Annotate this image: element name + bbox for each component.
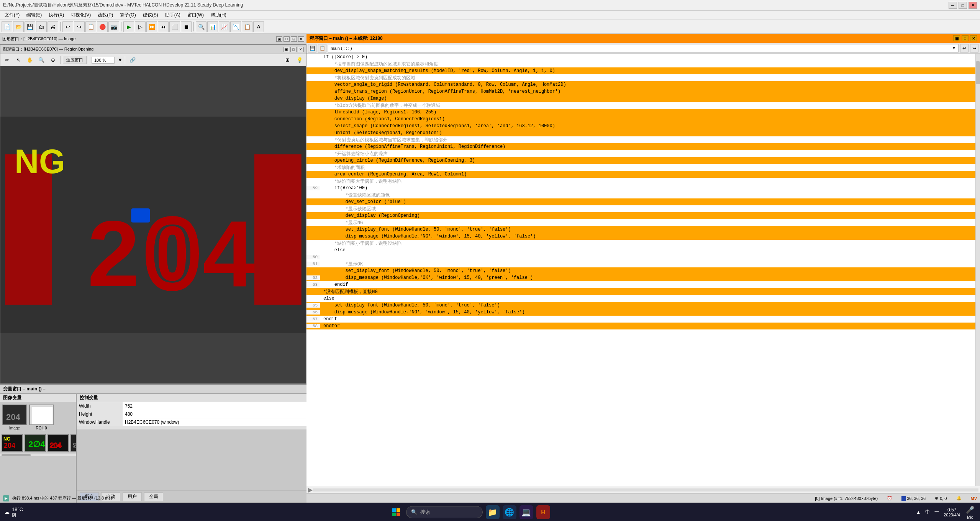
code-nav-2[interactable]: ↪ [970, 44, 978, 52]
code-max-btn[interactable]: □ [962, 35, 969, 41]
step-button[interactable]: ⏩ [146, 21, 157, 32]
draw-tool[interactable]: ✏ [2, 56, 12, 65]
clipboard-button[interactable]: 📋 [85, 21, 96, 32]
exec-status-icon: ▶ [3, 495, 9, 501]
taskbar-browser[interactable]: 🌐 [503, 505, 516, 519]
menu-functions[interactable]: 函数(P) [95, 11, 116, 19]
func-dropdown-arrow[interactable]: ▼ [952, 46, 956, 50]
img-win-close-btn[interactable]: ✕ [298, 36, 304, 42]
thumb-1[interactable]: 204 NG [2, 434, 23, 452]
layers-btn[interactable]: ⊞ [282, 56, 292, 65]
menu-file[interactable]: 文件(F) [2, 11, 23, 19]
line-content-17: area_center (RegionOpening, Area, Row1, … [320, 172, 975, 177]
thumbnail-image[interactable]: 204 Image [2, 405, 27, 430]
svg-text:NG: NG [3, 436, 10, 442]
menu-help[interactable]: 帮助(H) [208, 11, 229, 19]
taskbar-halcon[interactable]: H [536, 505, 550, 519]
svg-text:204: 204 [4, 442, 15, 449]
tray-ime[interactable]: 中 [925, 509, 930, 515]
img-win-float-btn[interactable]: ▣ [276, 36, 282, 42]
menu-assistant[interactable]: 助手(A) [162, 11, 184, 19]
tray-arrow[interactable]: ▲ [916, 510, 921, 515]
code-bottom-arrow[interactable]: ▶ [308, 486, 313, 493]
img-win-min-btn[interactable]: ⊟ [291, 36, 297, 42]
run-button[interactable]: ▶ [123, 21, 134, 32]
mic-icon[interactable]: 🎤 [965, 505, 975, 515]
menu-window[interactable]: 窗口(W) [184, 11, 207, 19]
menu-edit[interactable]: 编辑(E) [23, 11, 45, 19]
light-btn[interactable]: 💡 [295, 56, 305, 65]
left-panel: 图形窗口：[H2B4EC6CE010] — Image ▣ □ ⊟ ✕ 图形窗口… [0, 34, 306, 503]
menu-visualize[interactable]: 可视化(V) [68, 11, 94, 19]
code-scrollbar[interactable] [975, 54, 980, 486]
pause-button[interactable]: ⬜ [169, 21, 180, 32]
thumb-2[interactable]: 2∅4 [25, 434, 46, 452]
thumb-4[interactable]: 204 [70, 434, 76, 452]
fit-window-btn[interactable]: 适应窗口 [63, 56, 87, 64]
var-scrollbar[interactable] [0, 453, 76, 456]
camera-button[interactable]: 📷 [108, 21, 119, 32]
region-window-controls: ▣ □ ✕ [283, 47, 304, 52]
code-nav-1[interactable]: ↩ [960, 44, 969, 52]
rw-max-btn[interactable]: □ [290, 47, 297, 52]
menu-suggestions[interactable]: 建议(S) [140, 11, 161, 19]
close-button[interactable]: ✕ [969, 2, 977, 9]
filter-user-btn[interactable]: 用户 [123, 492, 142, 501]
img-win-max-btn[interactable]: □ [284, 36, 290, 42]
chart-button[interactable]: 📊 [207, 21, 218, 32]
zoom-in-tool[interactable]: ⊕ [48, 56, 58, 65]
maximize-button[interactable]: □ [959, 2, 967, 9]
print-button[interactable]: 🖨 [48, 21, 58, 32]
line-content-2: dev_display_shape_matching_results (Mode… [320, 68, 975, 74]
code-scroll-thumb[interactable] [976, 61, 980, 84]
new-button[interactable]: 📄 [2, 21, 12, 32]
zoom-dropdown[interactable]: ▼ [118, 57, 123, 63]
zoom-tool[interactable]: 🔍 [36, 56, 46, 65]
stop-button[interactable]: ⏹ [181, 21, 192, 32]
code-h-scroll[interactable] [313, 488, 978, 492]
line-content-27: *缺陷面积小于阈值，说明没缺陷 [320, 240, 975, 247]
debug-button[interactable]: 🔴 [97, 21, 108, 32]
code-func-label: main ( : : : ) [331, 46, 352, 51]
line-content-16: *求缺陷的面积 [320, 164, 975, 171]
back-button[interactable]: ⏮ [158, 21, 169, 32]
taskbar-file-manager[interactable]: 📁 [486, 505, 500, 519]
var-scroll-thumb[interactable] [2, 454, 31, 456]
undo-button[interactable]: ↩ [62, 21, 73, 32]
execution-status-text: 执行 898.4 ms 中的 437 程序行 — 最后: for (13.8 m… [12, 495, 112, 501]
code-save-btn[interactable]: 💾 [308, 44, 316, 52]
thumb-3[interactable]: 204 [48, 434, 69, 452]
region-tool-sep-1 [60, 56, 61, 64]
line-content-3: *将模板区域仿射变换到匹配成功的区域 [320, 75, 975, 81]
minimize-button[interactable]: ─ [949, 2, 957, 9]
taskbar-search[interactable]: 🔍 搜索 [406, 506, 483, 518]
font-button[interactable]: A [253, 21, 264, 32]
filter-global-btn[interactable]: 全局 [144, 492, 163, 501]
hand-tool[interactable]: ✋ [25, 56, 35, 65]
taskbar-terminal[interactable]: 💻 [519, 505, 533, 519]
redo-button[interactable]: ↪ [74, 21, 85, 32]
thumbnail-roi[interactable]: ROI_0 [29, 405, 54, 430]
code-float-btn[interactable]: ▣ [953, 35, 960, 41]
run-to-button[interactable]: ▷ [135, 21, 146, 32]
tool2-button[interactable]: 📋 [242, 21, 252, 32]
menu-execute[interactable]: 执行(X) [46, 11, 67, 19]
zoom-in-button[interactable]: 🔍 [196, 21, 206, 32]
code-scroll[interactable]: if (|Score| > 0) *搜寻当前图像匹配成功的区域并求它的坐标和角度… [306, 54, 975, 486]
code-function-selector[interactable]: main ( : : : ) ▼ [328, 44, 959, 52]
rw-close-btn[interactable]: ✕ [298, 47, 304, 52]
graph-button[interactable]: 📈 [219, 21, 229, 32]
open-button[interactable]: 📂 [13, 21, 24, 32]
rw-float-btn[interactable]: ▣ [283, 47, 289, 52]
save-all-button[interactable]: 🗂 [36, 21, 47, 32]
menu-operators[interactable]: 算子(O) [117, 11, 139, 19]
link-tool[interactable]: 🔗 [128, 56, 138, 65]
line-content-4: vector_angle_to_rigid (Rowstandard, Colu… [320, 82, 975, 87]
select-tool[interactable]: ↖ [13, 56, 23, 65]
save-button[interactable]: 💾 [25, 21, 35, 32]
code-close-btn[interactable]: ✕ [970, 35, 977, 41]
tray-keyboard[interactable]: 一 [934, 509, 939, 515]
start-button[interactable] [389, 505, 403, 519]
code-copy-btn[interactable]: 📋 [318, 44, 326, 52]
tool1-button[interactable]: 📉 [230, 21, 241, 32]
